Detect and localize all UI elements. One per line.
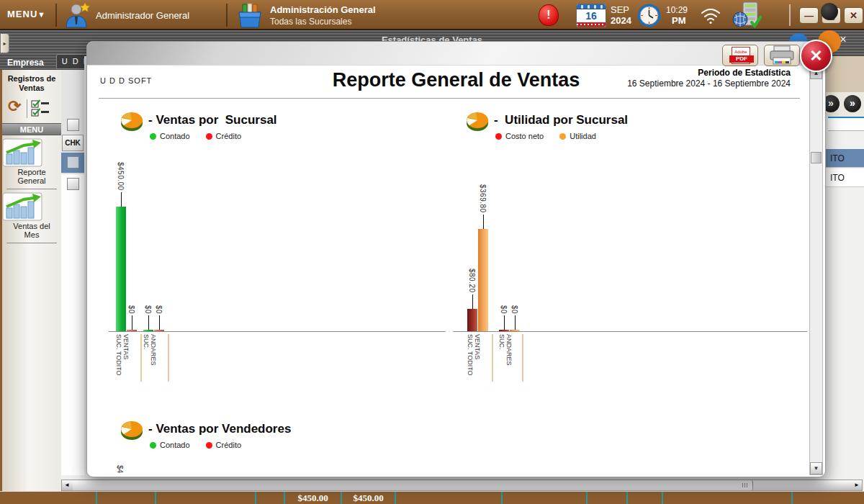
chk-column-header[interactable]: CHK bbox=[62, 135, 84, 151]
bar-value-label: $0 bbox=[510, 305, 518, 314]
totals-cell bbox=[0, 492, 97, 504]
legend-item: Contado bbox=[150, 132, 190, 140]
totals-cell bbox=[396, 492, 503, 504]
bar-value-label: $0 bbox=[144, 305, 152, 314]
bar-utilidad bbox=[478, 229, 488, 331]
totals-cell bbox=[256, 492, 285, 504]
bar-value-label: $80.20 bbox=[468, 269, 476, 293]
category-guide-line bbox=[140, 334, 142, 382]
value-tick bbox=[483, 215, 484, 229]
bar-chart-ventas-sucursal: $450.00$0SUC. TODITO VENTAS$0$0SUC. ANDA… bbox=[109, 150, 446, 423]
pie-chart-icon bbox=[465, 111, 490, 134]
category-guide-line bbox=[492, 334, 493, 382]
legend-dot bbox=[559, 133, 566, 140]
category-guide-line bbox=[168, 334, 169, 382]
alert-bell-icon[interactable]: ! bbox=[539, 4, 559, 26]
pie-chart-icon bbox=[120, 111, 144, 134]
close-dialog-button[interactable]: ✕ bbox=[800, 40, 832, 72]
close-window-button[interactable]: ✕ bbox=[844, 7, 863, 24]
app-title: Administración General bbox=[270, 4, 376, 15]
divider bbox=[27, 99, 27, 118]
fast-forward-icon[interactable]: » bbox=[844, 95, 861, 112]
sidebar-item-label: Reporte General bbox=[9, 168, 55, 185]
bar-contado bbox=[116, 207, 126, 331]
totals-cell bbox=[793, 492, 864, 504]
value-tick bbox=[159, 315, 160, 330]
bar-costo-neto bbox=[467, 309, 477, 331]
scrollbar-thumb[interactable] bbox=[73, 480, 753, 490]
application-window: MENU ▼ Administrador General Administrac… bbox=[0, 0, 864, 504]
totals-cell bbox=[97, 492, 156, 504]
period-label: Periodo de Estadística bbox=[698, 68, 791, 78]
select-all-checkbox[interactable] bbox=[67, 119, 79, 131]
totals-cell bbox=[663, 492, 793, 504]
totals-cell bbox=[628, 492, 663, 504]
scroll-right-arrow[interactable]: ► bbox=[852, 480, 862, 490]
legend-label: Contado bbox=[160, 132, 190, 140]
category-guide-line bbox=[522, 334, 523, 382]
chart-header-ventas-vendedores: - Ventas por Vendedores Contado Crédito bbox=[120, 420, 429, 463]
chevron-down-icon[interactable]: ▼ bbox=[37, 10, 45, 19]
app-subtitle: Todas las Sucursales bbox=[270, 17, 351, 27]
clock-icon bbox=[636, 3, 662, 28]
checklist-icon[interactable] bbox=[31, 99, 50, 118]
category-label: SUC. ANDARES bbox=[143, 334, 157, 382]
bar-value-label: $0 bbox=[500, 305, 508, 314]
empresa-label: Empresa bbox=[7, 58, 44, 68]
category-label: SUC. TODITO VENTAS bbox=[467, 334, 481, 382]
row-checkbox[interactable] bbox=[67, 156, 79, 168]
table-row[interactable] bbox=[61, 174, 84, 194]
sidebar: Registros de Ventas ⟳ MENU bbox=[0, 70, 61, 499]
calendar-month-label: SEP bbox=[611, 4, 629, 15]
bar-costo-neto bbox=[499, 330, 509, 331]
calendar-footer bbox=[577, 22, 606, 27]
value-tick bbox=[132, 315, 132, 330]
bar-contado bbox=[143, 330, 153, 331]
panel-collapse-handle[interactable]: ▸ bbox=[0, 33, 9, 53]
calendar-year-label: 2024 bbox=[611, 15, 631, 26]
time-label: 10:29 bbox=[666, 5, 688, 15]
thumb-grip bbox=[742, 483, 748, 487]
clipped-bar-value-label: $4 bbox=[116, 465, 124, 473]
scroll-down-arrow[interactable]: ▼ bbox=[810, 462, 822, 474]
table-row-selected[interactable] bbox=[61, 153, 84, 173]
chart-growth-icon bbox=[2, 192, 42, 221]
legend-label: Utilidad bbox=[570, 132, 596, 140]
menu-button[interactable]: MENU bbox=[7, 9, 37, 19]
top-bar: MENU ▼ Administrador General Administrac… bbox=[0, 0, 864, 30]
dialog-vertical-scrollbar[interactable]: ▲ ▼ bbox=[809, 66, 823, 475]
totals-cell bbox=[156, 492, 256, 504]
horizontal-scrollbar[interactable]: ◄ ► bbox=[61, 480, 863, 491]
table-row-selected[interactable]: ITO bbox=[826, 149, 864, 168]
check-column: CHK bbox=[61, 70, 84, 475]
scrollbar-thumb[interactable] bbox=[811, 152, 822, 163]
table-row[interactable]: ITO bbox=[826, 168, 864, 187]
divider bbox=[99, 98, 800, 99]
print-button[interactable] bbox=[764, 45, 800, 66]
meridiem-label: PM bbox=[672, 15, 686, 26]
refresh-icon[interactable]: ⟳ bbox=[8, 97, 21, 116]
empty-rows-area bbox=[61, 194, 84, 475]
legend-dot bbox=[206, 442, 212, 449]
chart-growth-icon bbox=[2, 138, 42, 167]
row-checkbox[interactable] bbox=[67, 178, 79, 190]
x-axis bbox=[109, 331, 446, 332]
printer-icon bbox=[765, 45, 799, 66]
export-pdf-button[interactable]: Adobe PDF bbox=[722, 45, 758, 66]
value-tick bbox=[515, 315, 516, 330]
divider bbox=[6, 243, 57, 243]
filter-input[interactable] bbox=[828, 117, 864, 131]
database-connection-icon[interactable] bbox=[732, 1, 766, 30]
period-value: 16 Septiembre 2024 - 16 Septiembre 2024 bbox=[627, 78, 791, 89]
sidebar-item-ventas-del-mes[interactable]: Ventas del Mes bbox=[2, 189, 61, 239]
user-avatar[interactable] bbox=[63, 1, 91, 29]
bar-value-label: $450.00 bbox=[117, 162, 125, 191]
pie-chart-icon bbox=[120, 420, 144, 443]
legend-dot bbox=[495, 133, 502, 140]
legend-dot bbox=[206, 133, 212, 140]
minimize-button[interactable]: — bbox=[799, 7, 819, 24]
calendar-icon: 16 bbox=[576, 4, 606, 27]
sidebar-item-reporte-general[interactable]: Reporte General bbox=[2, 135, 61, 185]
legend-dot bbox=[150, 442, 156, 449]
scroll-left-arrow[interactable]: ◄ bbox=[62, 480, 72, 490]
